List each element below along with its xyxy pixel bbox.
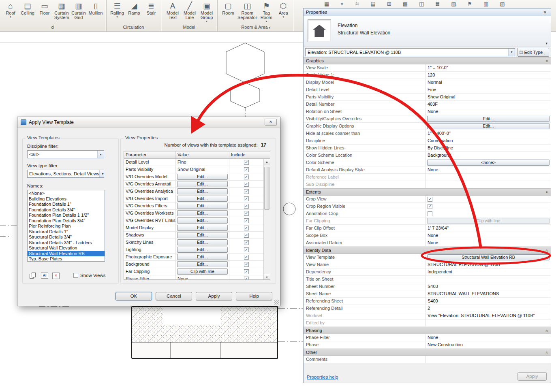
show-views-checkbox[interactable]: Show Views	[73, 273, 105, 278]
include-checkbox[interactable]: ✓	[244, 277, 249, 280]
template-name-item[interactable]: Building Elevations	[28, 196, 105, 202]
ribbon-tool-button[interactable]: ◢ Ramp	[126, 1, 143, 19]
apply-button[interactable]: Apply	[196, 292, 232, 300]
value-cell[interactable]: Edit...	[176, 224, 229, 231]
property-value[interactable]: ✓	[426, 210, 551, 217]
include-checkbox[interactable]: ✓	[244, 182, 249, 187]
template-name-item[interactable]: Structural Details 3/4"	[28, 234, 105, 240]
property-value[interactable]: ✓ 120	[426, 72, 551, 79]
include-checkbox[interactable]: ✓	[244, 247, 249, 252]
property-value[interactable]: ✓ Background	[426, 152, 551, 159]
value-cell[interactable]: Fine	[176, 159, 229, 166]
close-icon[interactable]: ✕	[542, 10, 548, 15]
include-cell[interactable]: ✓	[229, 159, 263, 166]
include-checkbox[interactable]: ✓	[244, 204, 249, 209]
include-cell[interactable]: ✓	[229, 210, 263, 217]
template-name-item[interactable]: Pier Reinforcing Plan	[28, 224, 105, 229]
mini-tool-icon[interactable]: ⚑	[468, 1, 473, 7]
include-cell[interactable]: ✓	[229, 239, 263, 246]
mini-tool-icon[interactable]: ▨	[451, 1, 456, 7]
include-checkbox[interactable]: ✓	[244, 269, 249, 274]
include-cell[interactable]: ✓	[229, 254, 263, 260]
value-cell[interactable]: Edit...	[176, 254, 229, 260]
edit-type-button[interactable]: ▤ Edit Type	[518, 48, 549, 57]
properties-help-link[interactable]: Properties help	[307, 375, 338, 379]
discipline-filter-select[interactable]: <all> ▾	[27, 150, 104, 158]
apply-button-disabled[interactable]: Apply	[518, 372, 547, 381]
collapse-chevron-icon[interactable]: «	[545, 60, 550, 62]
include-checkbox[interactable]: ✓	[244, 211, 249, 216]
include-cell[interactable]: ✓	[229, 232, 263, 239]
ribbon-tool-button[interactable]: ▯ Mullion	[87, 1, 104, 19]
property-value[interactable]: ✓ 403F	[426, 101, 551, 108]
ribbon-tool-button[interactable]: ▭ Floor	[36, 1, 53, 19]
value-cell[interactable]: Edit...	[176, 246, 229, 253]
value-cell[interactable]: Edit...	[176, 181, 229, 187]
property-value[interactable]: ✓ Show Original	[426, 94, 551, 100]
property-value[interactable]: ✓ None	[426, 108, 551, 115]
include-checkbox[interactable]: ✓	[244, 175, 249, 179]
dialog-close-button[interactable]: ✕	[265, 119, 277, 126]
property-value[interactable]: ✓	[426, 181, 551, 188]
property-value[interactable]: ✓ None	[426, 166, 551, 173]
include-checkbox[interactable]: ✓	[244, 226, 249, 230]
mini-tool-icon[interactable]: ▩	[403, 1, 408, 7]
template-name-item[interactable]: <None>	[28, 191, 105, 196]
include-cell[interactable]: ✓	[229, 166, 263, 173]
mini-tool-icon[interactable]: ≣	[435, 1, 440, 7]
property-value[interactable]: ✓ New Construction	[426, 341, 551, 348]
value-cell[interactable]: Edit...	[176, 239, 229, 246]
mini-tool-icon[interactable]: ▥	[483, 1, 488, 7]
template-name-item[interactable]: Structural Wall Elevation	[28, 245, 105, 251]
value-cell[interactable]: Edit...	[176, 232, 229, 239]
section-header[interactable]: Phasing «	[304, 327, 551, 334]
ribbon-panel-label[interactable]: d	[1, 23, 105, 31]
ribbon-tool-button[interactable]: ▥ Curtain Grid	[70, 1, 87, 23]
include-cell[interactable]: ✓	[229, 202, 263, 209]
property-value[interactable]: ✓ 1" = 10'-0"	[426, 64, 551, 71]
collapse-chevron-icon[interactable]: «	[545, 249, 550, 251]
table-scrollbar[interactable]: ▲ ▼	[263, 159, 270, 280]
ribbon-tool-button[interactable]: ◫ Room Separator	[237, 1, 258, 23]
ribbon-tool-button[interactable]: ⬡ Area ▾	[275, 1, 292, 19]
include-checkbox[interactable]: ✓	[244, 160, 249, 165]
include-checkbox[interactable]: ✓	[244, 255, 249, 260]
rename-template-icon[interactable]: AI	[41, 273, 48, 279]
include-cell[interactable]: ✓	[229, 188, 263, 195]
ribbon-tool-button[interactable]: ▣ Model Group ▾	[198, 1, 215, 23]
collapse-chevron-icon[interactable]: «	[545, 191, 550, 193]
property-value[interactable]: ✓ Normal	[426, 79, 551, 86]
property-value[interactable]: ✓ Independent	[426, 268, 551, 275]
scroll-down-icon[interactable]: ▼	[264, 274, 270, 280]
delete-template-icon[interactable]: ✕	[52, 273, 60, 279]
template-name-item[interactable]: Foundation Plan Details 1 1/2"	[28, 213, 105, 218]
property-value[interactable]: ✓ 1' 7 23/64"	[426, 225, 551, 232]
scroll-up-icon[interactable]: ▲	[264, 159, 270, 165]
property-value[interactable]: ✓	[426, 356, 551, 363]
include-cell[interactable]: ✓	[229, 275, 263, 280]
property-value[interactable]: ✓ Edit...	[426, 115, 551, 122]
mini-tool-icon[interactable]: ≋	[355, 1, 359, 7]
property-value[interactable]: ✓ 2	[426, 305, 551, 312]
property-value[interactable]: ✓ None	[426, 334, 551, 341]
ribbon-tool-button[interactable]: A Model Text	[164, 1, 181, 23]
ribbon-tool-button[interactable]: ≣ Stair	[143, 1, 160, 19]
property-value[interactable]: ✓ Structural Wall Elevation RB	[426, 254, 551, 261]
help-button[interactable]: Help	[236, 292, 272, 300]
dropdown-arrow-icon[interactable]: ▾	[10, 15, 11, 18]
scrollbar-thumb[interactable]	[264, 167, 269, 210]
ribbon-tool-button[interactable]: ⌂ Roof ▾	[2, 1, 19, 19]
ribbon-tool-button[interactable]: ☰ Railing ▾	[109, 1, 126, 19]
property-value[interactable]: ✓ 1" = 400'-0"	[426, 130, 551, 137]
resize-grip[interactable]	[274, 300, 279, 305]
dropdown-arrow-icon[interactable]: ▾	[266, 20, 267, 23]
template-name-item[interactable]: Typ. Base Plates	[28, 256, 105, 262]
property-value[interactable]: ✓ By Discipline	[426, 145, 551, 151]
ribbon-panel-label[interactable]: Room & Area▾	[218, 23, 293, 31]
checkbox[interactable]: ✓	[428, 197, 432, 202]
ribbon-tool-button[interactable]: ▤ Ceiling	[19, 1, 36, 19]
mini-tool-icon[interactable]: ⌖	[340, 1, 343, 7]
mini-tool-icon[interactable]: ◫	[419, 1, 424, 7]
ok-button[interactable]: OK	[115, 292, 152, 300]
mini-tool-icon[interactable]: ▧	[500, 1, 505, 7]
